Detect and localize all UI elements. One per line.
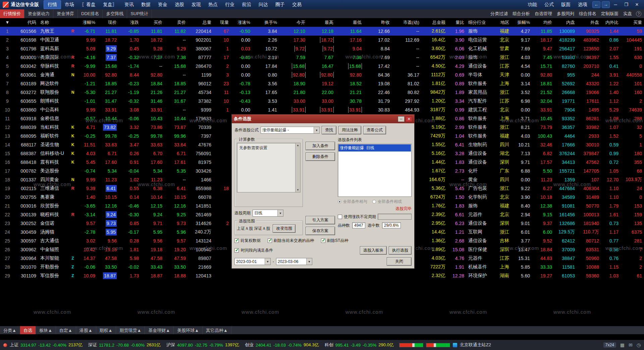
- col-header-nei[interactable]: 内盘: [554, 19, 577, 26]
- bottom-tab-期权[interactable]: 期权▲: [96, 326, 116, 334]
- clock-icon[interactable]: ◷: [637, 342, 641, 348]
- mail-icon[interactable]: ✉: [629, 342, 633, 348]
- help-icon[interactable]: ?: [636, 11, 641, 16]
- menu-item-前沿[interactable]: 前沿: [238, 1, 255, 9]
- select-into-block-button[interactable]: 选股入板块: [360, 246, 387, 255]
- toolbar-tab-资金驱动力[interactable]: 资金驱动力: [24, 9, 53, 18]
- toolbar-link-定制版面[interactable]: 定制版面: [601, 11, 619, 17]
- bottom-tab-自选[interactable]: 自选: [20, 326, 36, 334]
- table-row-601566[interactable]: 1601566九牧王R-6.7111.81-0.8511.8111.822204…: [0, 27, 644, 36]
- bottom-tab-分类[interactable]: 分类▲: [0, 326, 20, 334]
- col-header-code[interactable]: 代码: [15, 19, 38, 26]
- menu-item-资金[interactable]: 资金: [154, 1, 171, 9]
- menu-item-版面[interactable]: 版面: [557, 1, 574, 9]
- menu-item-公式[interactable]: 公式: [541, 1, 557, 9]
- toolbar-tab-多空阵线[interactable]: 多空阵线: [103, 9, 127, 18]
- menu-item-问达[interactable]: 问达: [255, 1, 272, 9]
- bottom-tab-板块[interactable]: 板块▲: [36, 326, 56, 334]
- checkbox-remove-st[interactable]: [321, 238, 325, 243]
- date-to-picker[interactable]: 2023-03-06 ▾: [276, 258, 312, 265]
- toolbar-tab-行情报价[interactable]: 行情报价: [0, 9, 24, 18]
- menu-item-热点[interactable]: 热点: [205, 1, 221, 9]
- col-header-amt[interactable]: 总金额: [421, 19, 447, 26]
- toolbar-link-组合分析[interactable]: 组合分析: [513, 11, 530, 17]
- menu-item-市场[interactable]: 市场: [61, 1, 78, 9]
- menu-item-功能[interactable]: 功能: [524, 1, 541, 9]
- col-header-open[interactable]: 今开: [279, 19, 307, 26]
- col-header-pe[interactable]: 市盈(动): [392, 19, 421, 26]
- toolbar-link-多股同列[interactable]: 多股同列: [557, 11, 574, 17]
- date-from-picker[interactable]: 2023-03-01 ▾: [234, 258, 271, 265]
- bottom-tab-基金理财[interactable]: 基金理财▲: [145, 326, 174, 334]
- col-header-bl[interactable]: 买量: [621, 19, 644, 26]
- col-header-turn[interactable]: 换手%: [252, 19, 279, 26]
- col-header-n[interactable]: ▼: [0, 20, 15, 25]
- col-header-wai[interactable]: 外盘: [577, 19, 601, 26]
- server-name[interactable]: 北京联通主站Z2: [460, 342, 491, 348]
- radio-conditions-or[interactable]: [372, 200, 376, 204]
- nav-back-button[interactable]: ←: [592, 1, 600, 8]
- col-header-cur[interactable]: 现量: [213, 19, 231, 26]
- menu-item-选股[interactable]: 选股: [171, 1, 188, 9]
- col-header-chg[interactable]: 涨跌: [119, 19, 141, 26]
- maximize-button[interactable]: ❐: [621, 1, 631, 8]
- toolbar-link-自选管理[interactable]: 自选管理: [535, 11, 552, 17]
- menu-item-选项[interactable]: 选项: [574, 1, 591, 9]
- variable-period-field[interactable]: [378, 214, 412, 220]
- col-header-name[interactable]: 名称: [38, 19, 69, 26]
- menu-item-〖看盘[interactable]: 〖看盘: [78, 1, 99, 9]
- bottom-tab-自定[interactable]: 自定▲: [56, 326, 76, 334]
- view-formula-button[interactable]: 查看公式: [363, 126, 386, 134]
- col-header-price[interactable]: 现价: [97, 19, 119, 26]
- chevron-down-icon[interactable]: ▾: [306, 258, 312, 265]
- save-plan-button[interactable]: 保存方案: [306, 227, 335, 235]
- checkbox-variable-period[interactable]: [338, 215, 342, 219]
- delete-condition-button[interactable]: 删除条件: [306, 152, 335, 161]
- toolbar-link-分类过滤[interactable]: 分类过滤: [490, 11, 508, 17]
- radio-conditions-and[interactable]: [338, 200, 341, 204]
- table-row-601798[interactable]: 3601798蓝科高新5.099.290.459.289.2938006710.…: [0, 44, 644, 53]
- menu-item-行情[interactable]: 行情: [44, 0, 61, 9]
- minimize-button[interactable]: ─: [610, 1, 621, 8]
- col-header-pct[interactable]: 涨幅%: [76, 19, 97, 26]
- col-header-prev[interactable]: 昨收: [364, 19, 392, 26]
- col-header-buy[interactable]: 买价: [141, 19, 164, 26]
- col-header-high[interactable]: 最高: [307, 19, 335, 26]
- menu-item-圈子[interactable]: 圈子: [272, 1, 288, 9]
- toolbar-tab-DDE排名[interactable]: DDE排名: [78, 9, 103, 18]
- checkbox-timespan[interactable]: [234, 248, 239, 253]
- col-header-ratio[interactable]: 内外比: [601, 19, 621, 26]
- chevron-down-icon[interactable]: ▾: [265, 258, 270, 265]
- bottom-tab-美股环球[interactable]: 美股环球▲: [174, 326, 203, 334]
- menu-item-数据[interactable]: 数据: [138, 1, 154, 9]
- table-row-603001[interactable]: 4603001奥康国际R-4.167.37-0.327.377.38877771…: [0, 53, 644, 62]
- chevron-down-icon[interactable]: ▾: [277, 210, 283, 216]
- menu-item-行业[interactable]: 行业: [221, 1, 238, 9]
- condition-listbox[interactable]: 涨停量能起爆 日线: [338, 144, 412, 197]
- col-header-ind[interactable]: 细分行业: [466, 19, 493, 26]
- dialog-minimize-button[interactable]: ─: [398, 116, 405, 122]
- checkbox-remove-untraded[interactable]: [268, 238, 272, 243]
- nav-forward-button[interactable]: →: [602, 1, 610, 8]
- find-button[interactable]: 查找: [322, 126, 336, 134]
- menu-item-复盘〗[interactable]: 复盘〗: [99, 1, 121, 9]
- add-condition-button[interactable]: 加入条件: [306, 142, 335, 150]
- chevron-down-icon[interactable]: ▾: [314, 127, 319, 133]
- dialog-titlebar[interactable]: 条件选股 ─ ✕: [232, 115, 414, 123]
- dialog-close-icon[interactable]: ✕: [406, 116, 412, 122]
- close-dialog-button[interactable]: 关闭: [387, 257, 412, 266]
- formula-combobox[interactable]: 涨停量能起爆 - ▾: [261, 127, 320, 134]
- bottom-tab-港股[interactable]: 港股▲: [76, 326, 96, 334]
- execute-selection-button[interactable]: 执行选股: [389, 246, 412, 255]
- table-row-603189[interactable]: 7603189网达软件-1.2118.85-0.2318.8418.859601…: [0, 79, 644, 88]
- menu-item-发现[interactable]: 发现: [188, 1, 205, 9]
- toolbar-tab-SUP统计[interactable]: SUP统计: [127, 9, 152, 18]
- col-header-lb[interactable]: 量比: [447, 19, 466, 26]
- bottom-tab-其它品种[interactable]: 其它品种▲: [203, 326, 231, 334]
- col-header-vol[interactable]: 总量: [188, 19, 213, 26]
- table-row-603860[interactable]: 10603860中公高科9.9933.913.0833.91--939910.0…: [0, 105, 644, 114]
- table-row-603272[interactable]: 8603272联翔股份N-5.3021.27-1.1921.2621.27457…: [0, 88, 644, 97]
- import-plan-button[interactable]: 引入方案: [306, 216, 335, 224]
- monitor-icon[interactable]: ▦: [620, 342, 625, 348]
- toolbar-tab-资金博弈[interactable]: 资金博弈: [53, 9, 78, 18]
